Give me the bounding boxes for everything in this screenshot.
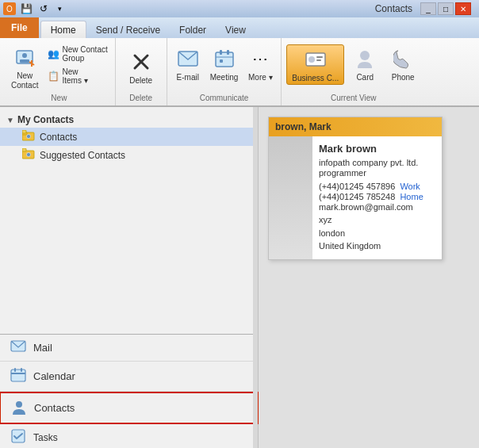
more-label: More ▾ [248, 73, 273, 82]
new-contact-icon [13, 48, 36, 70]
svg-point-30 [16, 401, 22, 408]
email-icon [177, 50, 199, 67]
ribbon-content: NewContact 👥 New ContactGroup 📋 NewItems… [0, 38, 479, 107]
card-address: xyz london United Kingdom [319, 213, 435, 253]
phone-view-label: Phone [392, 73, 415, 82]
svg-rect-9 [220, 50, 222, 55]
ribbon-group-current-view-label: Current View [331, 94, 377, 102]
contacts-folder-icon [22, 130, 35, 144]
contact-card: brown, Mark Mark brown infopath company … [268, 117, 443, 260]
card-photo [269, 136, 312, 259]
ribbon-group-current-view: Business C... Card Phone [282, 38, 425, 105]
card-phone-home-type: Home [400, 192, 423, 201]
ribbon-group-delete: Delete Delete [116, 38, 167, 105]
bottom-nav: Mail Calendar [0, 334, 258, 448]
title-bar: O 💾 ↺ ▾ Contacts _ □ ✕ [0, 0, 479, 17]
svg-point-1 [22, 53, 27, 58]
tab-folder[interactable]: Folder [170, 22, 216, 38]
nav-item-contacts[interactable]: Contacts [0, 392, 259, 424]
qa-undo[interactable]: ↺ [36, 2, 51, 16]
card-phone-work: (+44)01245 457896 Work [319, 182, 435, 191]
ribbon-group-new: NewContact 👥 New ContactGroup 📋 NewItems… [3, 38, 116, 105]
card-email: mark.brown@gmail.com [319, 202, 435, 212]
tab-view[interactable]: View [216, 22, 255, 38]
tree-item-contacts[interactable]: Contacts [0, 128, 258, 146]
card-body: Mark brown infopath company pvt. ltd. pr… [269, 136, 442, 259]
phone-view-button[interactable]: Phone [385, 44, 420, 83]
svg-rect-20 [22, 130, 26, 133]
card-info: Mark brown infopath company pvt. ltd. pr… [312, 136, 442, 259]
svg-rect-29 [21, 368, 22, 372]
business-card-label: Business C... [292, 74, 339, 82]
delete-icon [130, 51, 152, 73]
meeting-button[interactable]: Meeting [207, 44, 242, 83]
tab-send-receive[interactable]: Send / Receive [86, 22, 170, 38]
file-tab[interactable]: File [0, 17, 39, 38]
nav-item-mail[interactable]: Mail [0, 335, 258, 362]
svg-point-14 [308, 56, 315, 63]
mail-nav-icon [10, 340, 27, 355]
delete-button[interactable]: Delete [124, 41, 159, 92]
svg-point-24 [27, 153, 31, 157]
card-job-title: programmer [319, 168, 435, 178]
card-phone-home: (+44)01245 785248 Home [319, 192, 435, 201]
tab-home[interactable]: Home [40, 21, 86, 38]
svg-rect-15 [316, 56, 323, 58]
mail-nav-label: Mail [33, 342, 52, 354]
tree-item-suggested[interactable]: Suggested Contacts [0, 146, 258, 164]
svg-rect-10 [227, 50, 229, 55]
calendar-nav-icon [10, 367, 27, 385]
card-header: brown, Mark [269, 117, 442, 136]
contacts-tree-label: Contacts [40, 132, 77, 143]
minimize-btn[interactable]: _ [420, 2, 436, 15]
app-icon: O [3, 2, 16, 15]
new-contact-label: NewContact [11, 71, 38, 90]
svg-point-21 [27, 135, 31, 139]
ribbon-group-delete-label: Delete [129, 94, 152, 102]
svg-rect-2 [20, 59, 29, 63]
qa-dropdown[interactable]: ▾ [54, 2, 65, 16]
right-panel: brown, Mark Mark brown infopath company … [259, 107, 479, 448]
ribbon-group-communicate-label: Communicate [200, 94, 249, 102]
contacts-nav-label: Contacts [34, 402, 75, 414]
business-card-icon [305, 50, 327, 69]
suggested-contacts-label: Suggested Contacts [40, 150, 125, 161]
qa-save[interactable]: 💾 [19, 2, 33, 16]
phone-view-icon [393, 48, 412, 70]
email-button[interactable]: E-mail [172, 44, 204, 83]
svg-rect-23 [22, 148, 26, 151]
ribbon-group-communicate: E-mail Meeting ⋯ More ▾ Com [167, 38, 282, 105]
email-label: E-mail [177, 73, 199, 82]
delete-label: Delete [129, 76, 152, 85]
title-text: Contacts [375, 3, 412, 14]
more-button[interactable]: ⋯ More ▾ [244, 44, 276, 83]
svg-rect-16 [316, 59, 321, 61]
new-contact-group-button[interactable]: 👥 New ContactGroup [44, 44, 109, 63]
svg-rect-28 [14, 368, 16, 372]
card-view-button[interactable]: Card [347, 44, 382, 83]
business-card-view-button[interactable]: Business C... [286, 44, 344, 85]
tree-collapse-arrow: ▼ [6, 116, 14, 124]
close-btn[interactable]: ✕ [455, 2, 471, 15]
new-items-button[interactable]: 📋 NewItems ▾ [44, 67, 109, 86]
new-contact-button[interactable]: NewContact [8, 44, 41, 92]
svg-rect-27 [11, 373, 25, 374]
tasks-nav-label: Tasks [33, 432, 58, 443]
card-contact-name: Mark brown [319, 143, 435, 155]
nav-item-tasks[interactable]: Tasks [0, 424, 258, 448]
ribbon-group-new-label: New [51, 94, 67, 102]
svg-rect-8 [216, 52, 233, 67]
suggested-folder-icon [22, 148, 35, 162]
svg-rect-12 [220, 59, 223, 63]
card-view-icon [354, 48, 375, 70]
card-company: infopath company pvt. ltd. [319, 158, 435, 167]
maximize-btn[interactable]: □ [438, 2, 454, 15]
card-phone-work-type: Work [400, 182, 420, 191]
my-contacts-header[interactable]: ▼ My Contacts [0, 112, 258, 128]
panel-resize-handle[interactable] [253, 107, 258, 448]
ribbon-tabs: File Home Send / Receive Folder View [0, 17, 479, 38]
contacts-nav-icon [10, 399, 28, 417]
meeting-label: Meeting [210, 73, 239, 82]
card-view-label: Card [356, 73, 374, 82]
nav-item-calendar[interactable]: Calendar [0, 362, 258, 392]
